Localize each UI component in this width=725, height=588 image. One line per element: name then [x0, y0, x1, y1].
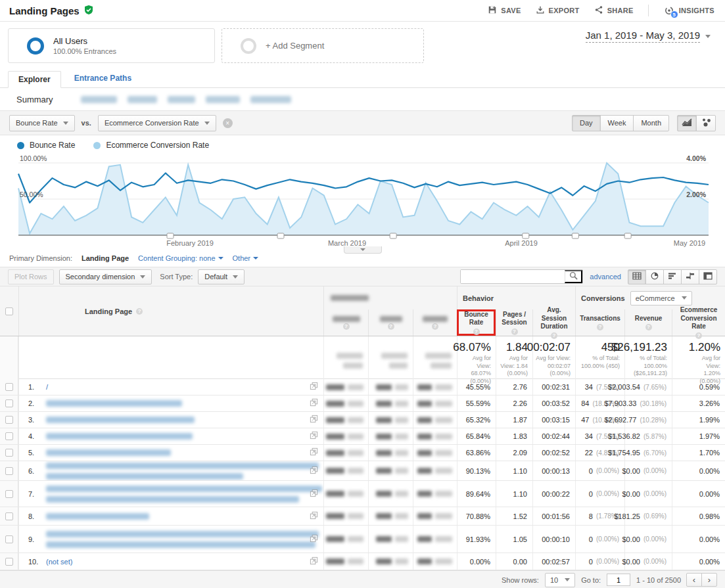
- row-checkbox[interactable]: [5, 383, 13, 391]
- granularity-day[interactable]: Day: [572, 115, 601, 131]
- row-checkbox[interactable]: [5, 467, 13, 475]
- trend-chart-svg[interactable]: 100.00% 50.00% 4.00% 2.00% February 2019…: [0, 155, 725, 250]
- bounce-rate-column-header[interactable]: Bounce Rate?: [457, 309, 496, 336]
- row-checkbox[interactable]: [5, 416, 13, 424]
- landing-page-link[interactable]: /: [46, 383, 302, 391]
- external-link-icon[interactable]: [310, 381, 318, 393]
- row-checkbox[interactable]: [5, 399, 13, 407]
- insights-button[interactable]: 5 INSIGHTS: [663, 5, 714, 16]
- external-link-icon[interactable]: [310, 556, 318, 568]
- goto-page-input[interactable]: [607, 574, 630, 586]
- blurred-column-header: ?: [368, 309, 413, 336]
- pivot-view-button[interactable]: [699, 269, 717, 284]
- tab-entrance-paths[interactable]: Entrance Paths: [74, 74, 131, 83]
- help-icon[interactable]: ?: [551, 332, 557, 339]
- granularity-week[interactable]: Week: [600, 115, 634, 131]
- add-segment-button[interactable]: + Add Segment: [222, 28, 424, 63]
- chart-collapse-tab[interactable]: [344, 246, 382, 254]
- share-button[interactable]: SHARE: [594, 5, 634, 16]
- select-all-checkbox[interactable]: [5, 307, 13, 315]
- blurred-chip: [168, 96, 195, 103]
- secondary-dimension-select[interactable]: Secondary dimension: [59, 269, 152, 284]
- granularity-month[interactable]: Month: [633, 115, 669, 131]
- show-rows-select[interactable]: 10: [545, 573, 575, 587]
- segment-all-users[interactable]: All Users 100.00% Entrances: [8, 28, 215, 63]
- table-row: 5. 63.86% 2.09 00:02:52 22(4.89%) $1,754…: [0, 445, 725, 461]
- table-row: 1. / 45.55% 2.76 00:02:31 34(7.56%) $2,0…: [0, 379, 725, 396]
- bounce-rate-cell: 65.84%: [457, 428, 496, 444]
- row-checkbox[interactable]: [5, 558, 13, 566]
- chevron-down-icon: [63, 122, 68, 125]
- blurred-landing-page: [46, 541, 316, 548]
- external-link-icon[interactable]: [310, 430, 318, 442]
- pie-chart-icon: [650, 271, 659, 283]
- external-link-icon[interactable]: [310, 447, 318, 459]
- prev-page-button[interactable]: ‹: [686, 573, 702, 587]
- line-chart-button[interactable]: [677, 115, 697, 131]
- landing-page-cell: 2.: [18, 396, 323, 411]
- metric-b-select[interactable]: Ecommerce Conversion Rate: [98, 115, 216, 131]
- row-checkbox[interactable]: [5, 432, 13, 440]
- external-link-icon[interactable]: [310, 488, 318, 500]
- external-link-icon[interactable]: [310, 397, 318, 409]
- revenue-column-header[interactable]: Revenue?: [624, 309, 672, 336]
- row-checkbox[interactable]: [5, 512, 13, 520]
- help-icon[interactable]: ?: [695, 332, 702, 339]
- external-link-icon[interactable]: [310, 533, 318, 545]
- tab-explorer[interactable]: Explorer: [8, 71, 61, 88]
- motion-chart-button[interactable]: [696, 115, 716, 131]
- landing-page-cell: 5.: [18, 445, 323, 461]
- primary-dimension-landing-page[interactable]: Landing Page: [82, 254, 129, 262]
- table-row: 4. 65.84% 1.83 00:02:44 34(7.56%) $1,536…: [0, 428, 725, 445]
- date-range-picker[interactable]: Jan 1, 2019 - May 3, 2019: [586, 30, 711, 43]
- help-icon[interactable]: ?: [432, 323, 438, 330]
- row-checkbox[interactable]: [5, 535, 13, 543]
- conversions-segment-select[interactable]: eCommerce: [630, 291, 692, 305]
- help-icon[interactable]: ?: [645, 324, 652, 330]
- other-dimension-link[interactable]: Other: [233, 254, 259, 262]
- plot-rows-button[interactable]: Plot Rows: [8, 269, 54, 284]
- export-button[interactable]: EXPORT: [536, 5, 580, 16]
- session-duration-column-header[interactable]: Avg. Session Duration?: [532, 309, 575, 336]
- help-icon[interactable]: ?: [343, 323, 350, 330]
- sort-type-label: Sort Type:: [160, 273, 193, 281]
- row-checkbox[interactable]: [5, 490, 13, 498]
- metric-a-select[interactable]: Bounce Rate: [9, 115, 75, 131]
- row-checkbox[interactable]: [5, 449, 13, 457]
- help-icon[interactable]: ?: [136, 308, 143, 315]
- external-link-icon[interactable]: [310, 465, 318, 477]
- search-button[interactable]: [565, 270, 582, 283]
- performance-view-button[interactable]: [663, 269, 682, 284]
- remove-metric-icon[interactable]: ×: [223, 118, 233, 128]
- totals-bounce-rate: 68.07%Avg for View: 68.07% (0.00%): [457, 336, 496, 386]
- session-duration-cell: 00:03:52: [532, 396, 575, 411]
- conversion-rate-column-header[interactable]: Ecommerce Conversion Rate?: [672, 309, 725, 336]
- search-input[interactable]: [461, 270, 565, 283]
- landing-page-column-header[interactable]: Landing Page ?: [18, 286, 323, 336]
- blurred-column-header: ?: [413, 309, 457, 336]
- chevron-down-icon: [204, 122, 210, 125]
- data-view-button[interactable]: [628, 269, 646, 284]
- comparison-view-button[interactable]: [681, 269, 699, 284]
- next-page-button[interactable]: ›: [701, 573, 717, 587]
- sort-type-select[interactable]: Default: [198, 269, 245, 284]
- help-icon[interactable]: ?: [597, 324, 603, 330]
- floppy-icon: [488, 5, 497, 16]
- landing-page-link[interactable]: (not set): [46, 558, 302, 566]
- segment-name: All Users: [53, 36, 116, 46]
- pages-session-cell: 1.52: [496, 507, 532, 525]
- percent-view-button[interactable]: [645, 269, 664, 284]
- comparison-icon: [686, 272, 695, 282]
- transactions-column-header[interactable]: Transactions?: [575, 309, 624, 336]
- chevron-down-icon: [140, 275, 145, 279]
- landing-page-cell: 8.: [18, 507, 323, 525]
- pages-session-column-header[interactable]: Pages / Session?: [496, 309, 532, 336]
- help-icon[interactable]: ?: [511, 328, 518, 335]
- external-link-icon[interactable]: [310, 510, 318, 522]
- save-button[interactable]: SAVE: [488, 5, 521, 16]
- advanced-search-link[interactable]: advanced: [590, 273, 621, 281]
- help-icon[interactable]: ?: [473, 328, 480, 335]
- help-icon[interactable]: ?: [388, 323, 394, 330]
- content-grouping-link[interactable]: Content Grouping: none: [138, 254, 223, 262]
- external-link-icon[interactable]: [310, 414, 318, 426]
